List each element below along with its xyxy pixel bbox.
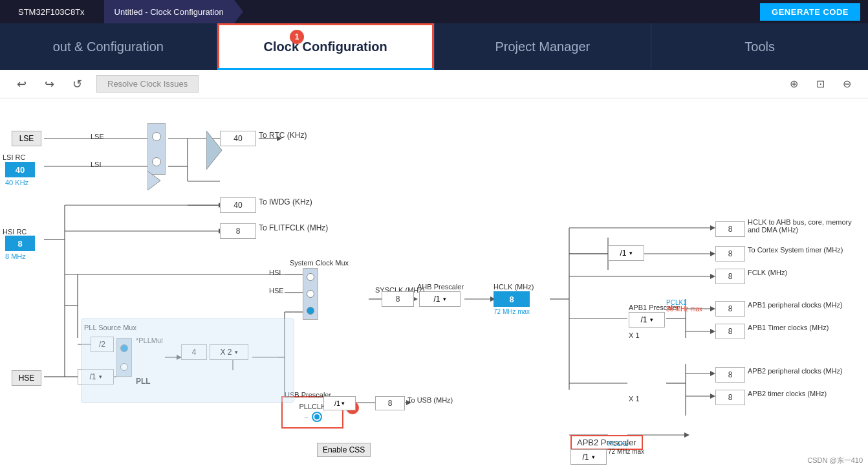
svg-marker-51 (710, 329, 715, 334)
hclk-ahb-label: HCLK to AHB bus, core, memory and DMA (M… (748, 218, 858, 234)
svg-marker-37 (710, 225, 715, 230)
pllclk-label: PLLCLK (299, 403, 326, 410)
svg-marker-42 (710, 251, 715, 256)
hclk-ahb-val-box[interactable]: 8 (715, 221, 745, 237)
tab-project-manager[interactable]: Project Manager (435, 23, 652, 70)
pclk2-label: PCLK2 (608, 440, 629, 447)
usb-label: To USB (MHz) (407, 396, 453, 404)
ahb-prescaler-dropdown[interactable]: /1 ▾ (419, 291, 461, 307)
undo-button[interactable]: ↩ (13, 74, 30, 94)
project-label[interactable]: Untitled - Clock Configuration (104, 0, 234, 23)
x1-apb1-label: X 1 (629, 331, 640, 339)
rtc-label: To RTC (KHz) (259, 131, 307, 140)
svg-marker-73 (147, 171, 160, 190)
svg-marker-56 (710, 371, 715, 376)
hclk-val-box[interactable]: 8 (494, 291, 530, 307)
svg-marker-49 (710, 306, 715, 311)
flitf-label: To FLITFCLK (MHz) (259, 223, 328, 232)
lsi-unit: 40 KHz (5, 179, 28, 186)
tab-pinout[interactable]: out & Configuration (0, 23, 217, 70)
cortex-val-box[interactable]: 8 (715, 246, 745, 262)
apb2-timer-label: APB2 timer clocks (MHz) (748, 390, 851, 397)
tab-badge: 1 (290, 30, 304, 44)
apb1-timer-label: APB1 Timer clocks (MHz) (748, 324, 851, 331)
fclk-label: FCLK (MHz) (748, 269, 787, 276)
zoom-fit-button[interactable]: ⊡ (812, 75, 829, 93)
apb1-timer-val-box[interactable]: 8 (715, 324, 745, 339)
toolbar: ↩ ↪ ↺ Resolve Clock Issues ⊕ ⊡ ⊖ (0, 70, 868, 98)
apb2-peri-label: APB2 peripheral clocks (MHz) (748, 367, 858, 375)
top-bar: STM32F103C8Tx Untitled - Clock Configura… (0, 0, 868, 23)
tab-clock[interactable]: 1 Clock Configuration (217, 23, 435, 70)
svg-marker-74 (206, 131, 222, 170)
diagram-area: LSE LSE LSI 40 To RTC (KHz) LSI RC 40 40… (0, 98, 868, 468)
lsi-radio[interactable] (152, 157, 161, 166)
cortex-prescaler-dropdown[interactable]: /1 ▾ (608, 245, 644, 261)
svg-marker-58 (710, 394, 715, 399)
apb1-peri-val-box[interactable]: 8 (715, 301, 745, 317)
hclk-note: 72 MHz max (494, 308, 530, 315)
hse-label: HSE (12, 370, 41, 386)
apb1-peri-label: APB1 peripheral clocks (MHz) (748, 301, 851, 309)
fclk-val-box[interactable]: 8 (715, 269, 745, 284)
sysclk-mux-hse[interactable] (307, 290, 314, 298)
rtc-switch-icon (206, 131, 224, 189)
chip-label[interactable]: STM32F103C8Tx (8, 0, 95, 23)
lse-radio[interactable] (152, 132, 161, 141)
lse-label: LSE (12, 131, 41, 146)
rtc-val-box[interactable]: 40 (220, 131, 256, 146)
iwdg-label: To IWDG (KHz) (259, 197, 312, 206)
lsi-val-box[interactable]: 40 (5, 162, 35, 177)
apb1-note: 36 MHz max (666, 306, 702, 313)
svg-marker-44 (710, 274, 715, 279)
svg-marker-61 (684, 432, 689, 438)
hsi-val-box[interactable]: 8 (5, 236, 35, 251)
hclk-label: HCLK (MHz) (494, 283, 534, 291)
apb2-timer-val-box[interactable]: 8 (715, 390, 745, 405)
usb-prescaler-dropdown[interactable]: /1 ▾ (323, 396, 356, 410)
iwdg-val-box[interactable]: 40 (220, 197, 256, 213)
zoom-out-button[interactable]: ⊖ (839, 75, 855, 93)
apb2-peri-val-box[interactable]: 8 (715, 367, 745, 383)
ahb-prescaler-label: AHB Prescaler (417, 283, 464, 291)
zoom-in-button[interactable]: ⊕ (786, 75, 802, 93)
apb2-prescaler-dropdown[interactable]: /1 ▾ (570, 449, 607, 465)
pll-area-bg (81, 318, 294, 403)
resolve-clock-issues-button[interactable]: Resolve Clock Issues (96, 75, 199, 93)
rtc-mux-icon (147, 171, 167, 190)
sysclk-mux-pll[interactable] (307, 307, 314, 315)
refresh-button[interactable]: ↺ (69, 74, 86, 94)
hsi-unit: 8 MHz (5, 252, 26, 260)
cortex-label: To Cortex System timer (MHz) (748, 246, 864, 254)
watermark: CSDN @东一410 (807, 456, 863, 465)
hsi-mux-label: HSI (269, 269, 281, 276)
apb1-prescaler-dropdown[interactable]: /1 ▾ (629, 312, 665, 328)
tab-tools[interactable]: Tools (651, 23, 868, 70)
system-clock-mux-label: System Clock Mux (290, 259, 349, 267)
apb2-note: 72 MHz max (608, 448, 644, 455)
tab-bar: out & Configuration 1 Clock Configuratio… (0, 23, 868, 70)
enable-css-button[interactable]: Enable CSS (317, 443, 371, 457)
generate-code-button[interactable]: GENERATE CODE (760, 3, 860, 21)
flitf-val-box[interactable]: 8 (220, 223, 256, 239)
sysclk-val-box[interactable]: 8 (382, 291, 414, 307)
x1-apb2-label: X 1 (629, 395, 640, 403)
lsi-line-label: LSI (91, 161, 102, 168)
lse-line-label: LSE (91, 133, 104, 140)
sysclk-mux-hsi[interactable] (307, 273, 314, 281)
lsi-rc-label: LSI RC (0, 153, 25, 161)
hsi-rc-label: HSI RC (0, 228, 27, 236)
redo-button[interactable]: ↪ (41, 74, 58, 94)
usb-val-box[interactable]: 8 (375, 396, 405, 410)
hse-mux-label: HSE (269, 287, 284, 295)
